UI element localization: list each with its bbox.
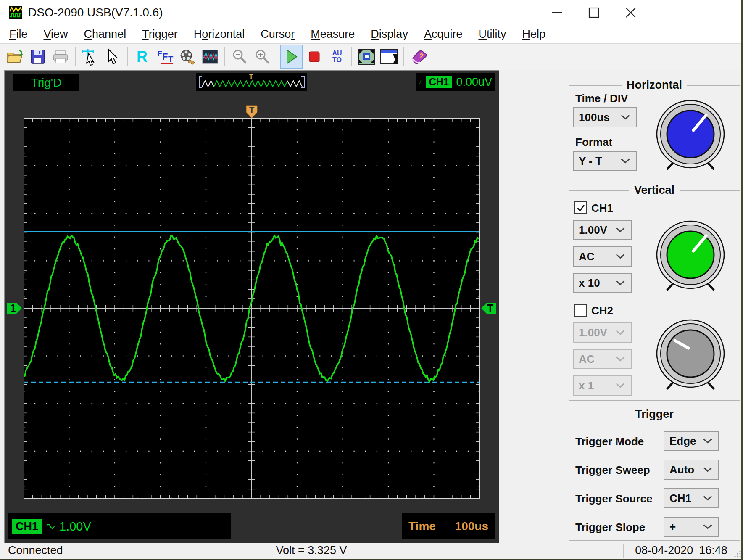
toolbar-separator — [224, 47, 225, 66]
menu-cursor[interactable]: Cursor — [253, 28, 303, 41]
measure-cursor-icon — [81, 48, 99, 66]
resize-grip[interactable] — [733, 549, 742, 558]
chevron-down-icon — [615, 356, 626, 362]
status-date: 08-04-2020 — [635, 544, 693, 557]
zoom-out-icon — [232, 49, 248, 65]
trigger-position-marker[interactable]: T — [245, 105, 258, 119]
time-div-label: Time / DIV — [575, 92, 628, 105]
menu-utility[interactable]: Utility — [470, 28, 514, 41]
ch2-label: CH2 — [591, 304, 613, 317]
time-div-select[interactable]: 100us — [573, 107, 637, 127]
ch2-coupling-select[interactable]: AC — [573, 349, 632, 369]
chevron-down-icon — [620, 158, 631, 164]
zoom-out-button[interactable] — [228, 45, 251, 69]
menu-horizontal[interactable]: Horizontal — [186, 28, 253, 41]
reference-button[interactable]: R — [131, 45, 153, 69]
trigger-mode-select[interactable]: Edge — [664, 431, 719, 451]
window-layout-button[interactable] — [378, 45, 400, 69]
ch1-coupling-select[interactable]: AC — [573, 246, 632, 267]
window-layout-icon — [380, 49, 398, 65]
trigger-level-marker[interactable]: T — [481, 300, 497, 316]
menu-file[interactable]: File — [1, 28, 36, 41]
ch1-level-marker[interactable]: 1 — [6, 300, 22, 316]
svg-text:T: T — [487, 302, 493, 314]
ch2-position-knob[interactable] — [655, 318, 726, 391]
desktop-edge — [741, 0, 743, 560]
status-time: 16:48 — [699, 544, 727, 557]
menu-channel[interactable]: Channel — [76, 28, 134, 41]
trigger-source-select[interactable]: CH1 — [664, 488, 719, 508]
ch1-checkbox[interactable] — [574, 201, 587, 214]
chevron-down-icon — [702, 495, 713, 501]
chevron-down-icon — [702, 467, 713, 473]
menu-trigger[interactable]: Trigger — [134, 28, 186, 41]
toolbar: R F F T — [0, 43, 743, 70]
format-select[interactable]: Y - T — [573, 151, 637, 171]
save-button[interactable] — [26, 45, 49, 69]
select-cursor-button[interactable] — [101, 45, 124, 69]
time-value: 100us — [455, 520, 488, 533]
window-title: DSO-2090 USB(V7.1.0.6) — [28, 6, 163, 19]
record-button[interactable] — [176, 45, 199, 69]
full-screen-button[interactable] — [355, 45, 378, 69]
close-button[interactable] — [612, 0, 649, 25]
toolbar-separator — [351, 47, 352, 66]
ch1-volts-select[interactable]: 1.00V — [573, 220, 632, 240]
help-button[interactable]: ? — [407, 45, 430, 69]
trigger-slope-label: Trigger Slope — [575, 521, 645, 534]
open-file-button[interactable] — [4, 45, 26, 69]
trigger-readout: CH1 0.00uV — [416, 73, 495, 91]
reference-r-label: R — [137, 48, 148, 66]
app-icon — [9, 6, 22, 19]
fft-button[interactable]: F F T — [153, 45, 176, 69]
menu-measure[interactable]: Measure — [303, 28, 363, 41]
trigger-slope-select[interactable]: + — [664, 517, 719, 537]
maximize-icon — [588, 7, 599, 18]
chevron-down-icon — [615, 383, 626, 388]
stop-button[interactable] — [303, 45, 326, 69]
status-bar: Connected Volt = 3.325 V 08-04-2020 16:4… — [0, 543, 743, 559]
menu-help[interactable]: Help — [514, 28, 553, 41]
ch2-probe-select[interactable]: x 1 — [573, 375, 632, 396]
stop-icon — [308, 51, 320, 63]
help-book-icon: ? — [410, 49, 427, 65]
ch2-checkbox[interactable] — [574, 304, 587, 317]
rising-edge-icon — [419, 74, 422, 90]
printer-icon — [52, 50, 69, 64]
chevron-down-icon — [615, 280, 626, 286]
chevron-down-icon — [620, 114, 631, 120]
measure-cursor-button[interactable] — [79, 45, 101, 69]
svg-text:F: F — [162, 51, 168, 62]
time-label: Time — [408, 520, 436, 533]
menu-display[interactable]: Display — [363, 28, 416, 41]
autoset-label: AUTO — [332, 50, 342, 63]
statusbar-separator — [623, 544, 624, 558]
svg-text:T: T — [249, 106, 254, 115]
horizontal-knob[interactable] — [655, 98, 726, 172]
maximize-button[interactable] — [575, 0, 612, 25]
trigger-source-label: Trigger Source — [575, 492, 653, 505]
ac-coupling-icon — [46, 521, 55, 531]
menu-view[interactable]: View — [36, 28, 76, 41]
acquisition-preview[interactable]: T — [196, 73, 307, 91]
chevron-down-icon — [702, 524, 713, 530]
chevron-down-icon — [615, 227, 626, 233]
start-button[interactable] — [280, 45, 303, 69]
menu-acquire[interactable]: Acquire — [416, 28, 471, 41]
trigger-status-badge: Trig'D — [13, 74, 79, 91]
trigger-sweep-select[interactable]: Auto — [664, 460, 719, 480]
minimize-button[interactable] — [538, 0, 575, 25]
ch1-position-knob[interactable] — [655, 219, 726, 293]
film-reel-icon — [179, 49, 196, 65]
trigger-channel-badge: CH1 — [426, 76, 452, 88]
toolbar-separator — [277, 47, 277, 66]
print-button[interactable] — [49, 45, 72, 69]
ch1-probe-select[interactable]: x 10 — [573, 273, 632, 293]
svg-text:1: 1 — [10, 302, 16, 314]
autoset-button[interactable]: AUTO — [326, 45, 348, 69]
ch2-volts-select[interactable]: 1.00V — [573, 322, 632, 343]
format-label: Format — [575, 136, 612, 149]
waveform-display-button[interactable] — [199, 45, 221, 69]
zoom-in-button[interactable] — [251, 45, 274, 69]
close-icon — [625, 7, 636, 18]
